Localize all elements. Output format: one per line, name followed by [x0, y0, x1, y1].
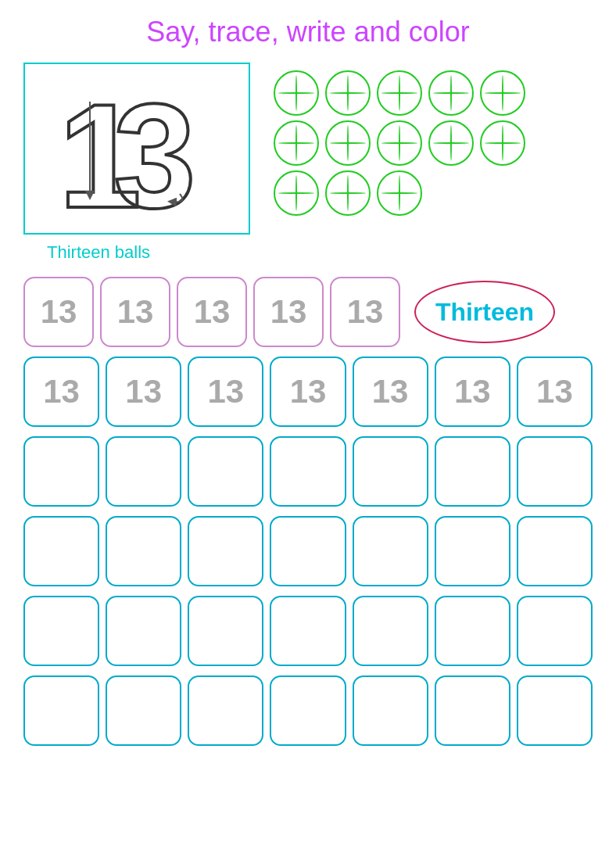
cyan-number-1: 13 [43, 373, 80, 410]
caption-text: Thirteen balls [47, 242, 593, 263]
write-box-1-6[interactable] [435, 436, 510, 507]
pink-trace-row: 13 13 13 13 13 Thirteen [23, 277, 593, 347]
write-row-2 [23, 516, 593, 586]
write-box-1-1[interactable] [23, 436, 99, 507]
write-box-1-7[interactable] [517, 436, 593, 507]
write-box-4-7[interactable] [517, 675, 593, 746]
pink-box-3[interactable]: 13 [177, 277, 247, 347]
ball-2 [325, 70, 371, 116]
ball-12 [325, 170, 371, 216]
thirteen-word: Thirteen [435, 298, 534, 327]
number-13-svg: 1 3 [35, 70, 238, 227]
ball-8 [377, 120, 422, 166]
page-title: Say, trace, write and color [23, 16, 593, 48]
cyan-trace-row: 13 13 13 13 13 13 13 [23, 357, 593, 427]
cyan-number-2: 13 [125, 373, 162, 410]
balls-section [274, 63, 527, 216]
ball-7 [325, 120, 371, 166]
ball-10 [480, 120, 525, 166]
top-section: 1 3 [23, 63, 593, 235]
write-box-2-1[interactable] [23, 516, 99, 586]
svg-text:3: 3 [113, 73, 196, 227]
number-display-box: 1 3 [23, 63, 250, 235]
write-box-4-1[interactable] [23, 675, 99, 746]
pink-box-1[interactable]: 13 [23, 277, 94, 347]
cyan-box-3[interactable]: 13 [188, 357, 263, 427]
write-box-4-6[interactable] [435, 675, 510, 746]
write-box-3-3[interactable] [188, 596, 263, 666]
ball-3 [377, 70, 422, 116]
cyan-box-5[interactable]: 13 [353, 357, 428, 427]
write-box-3-4[interactable] [270, 596, 346, 666]
write-box-1-5[interactable] [353, 436, 428, 507]
cyan-box-2[interactable]: 13 [106, 357, 181, 427]
thirteen-oval: Thirteen [414, 281, 555, 343]
cyan-number-3: 13 [207, 373, 244, 410]
cyan-box-6[interactable]: 13 [435, 357, 510, 427]
ball-5 [480, 70, 525, 116]
ball-4 [428, 70, 474, 116]
cyan-box-4[interactable]: 13 [270, 357, 346, 427]
write-box-3-5[interactable] [353, 596, 428, 666]
balls-grid [274, 63, 527, 216]
write-box-4-4[interactable] [270, 675, 346, 746]
pink-box-5[interactable]: 13 [330, 277, 400, 347]
write-box-2-4[interactable] [270, 516, 346, 586]
cyan-number-5: 13 [372, 373, 409, 410]
write-box-3-2[interactable] [106, 596, 181, 666]
ball-6 [274, 120, 319, 166]
write-box-2-2[interactable] [106, 516, 181, 586]
write-box-2-3[interactable] [188, 516, 263, 586]
number-label-3: 13 [194, 293, 231, 331]
write-box-1-2[interactable] [106, 436, 181, 507]
write-box-3-1[interactable] [23, 596, 99, 666]
cyan-number-4: 13 [290, 373, 327, 410]
write-box-4-2[interactable] [106, 675, 181, 746]
number-label-4: 13 [270, 293, 307, 331]
ball-11 [274, 170, 319, 216]
write-row-3 [23, 596, 593, 666]
write-row-1 [23, 436, 593, 507]
write-box-4-3[interactable] [188, 675, 263, 746]
write-box-3-7[interactable] [517, 596, 593, 666]
cyan-box-7[interactable]: 13 [517, 357, 593, 427]
cyan-number-6: 13 [454, 373, 491, 410]
number-label-1: 13 [41, 293, 77, 331]
cyan-number-7: 13 [536, 373, 573, 410]
write-box-4-5[interactable] [353, 675, 428, 746]
write-box-1-3[interactable] [188, 436, 263, 507]
number-label-5: 13 [347, 293, 384, 331]
ball-9 [428, 120, 474, 166]
write-box-3-6[interactable] [435, 596, 510, 666]
write-box-2-7[interactable] [517, 516, 593, 586]
pink-box-2[interactable]: 13 [100, 277, 170, 347]
ball-13 [377, 170, 422, 216]
write-row-4 [23, 675, 593, 746]
write-box-1-4[interactable] [270, 436, 346, 507]
pink-box-4[interactable]: 13 [253, 277, 324, 347]
ball-1 [274, 70, 319, 116]
cyan-box-1[interactable]: 13 [23, 357, 99, 427]
write-box-2-5[interactable] [353, 516, 428, 586]
write-box-2-6[interactable] [435, 516, 510, 586]
page: Say, trace, write and color 1 3 [0, 0, 616, 860]
number-label-2: 13 [117, 293, 154, 331]
